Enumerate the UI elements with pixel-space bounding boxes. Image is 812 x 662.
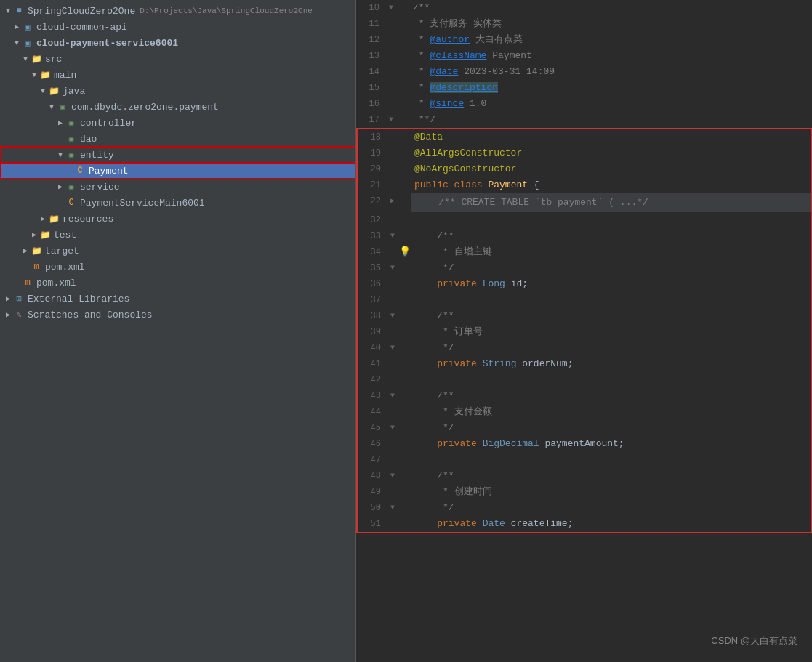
project-icon: ■ — [13, 5, 25, 17]
folder-icon: 📁 — [48, 85, 60, 97]
code-line: 34 💡 * 自增主键 — [358, 244, 811, 260]
package-icon: ◉ — [65, 181, 77, 193]
code-line: 49 * 创建时间 — [358, 484, 811, 500]
code-line: 19 @AllArgsConstructor — [358, 145, 811, 161]
code-line: 18 @Data — [358, 129, 811, 145]
tree-item-service[interactable]: ▶ ◉ service — [0, 179, 355, 195]
folder-icon: 📁 — [31, 245, 42, 257]
tree-item-scratches[interactable]: ▶ ✎ Scratches and Consoles — [0, 307, 355, 323]
scratches-icon: ✎ — [13, 309, 25, 320]
expand-arrow: ▼ — [47, 103, 57, 111]
code-line: 42 — [358, 372, 811, 388]
expand-arrow: ▶ — [12, 23, 22, 31]
xml-icon: m — [31, 261, 42, 273]
item-label: pom.xml — [45, 262, 85, 273]
code-line: 22 ▶ /** CREATE TABLE `tb_payment` ( ...… — [358, 193, 811, 212]
item-label: target — [45, 246, 79, 257]
item-label: pom.xml — [36, 278, 76, 288]
tree-item-src[interactable]: ▼ 📁 src — [0, 51, 355, 67]
code-line: 45 ▼ */ — [358, 420, 811, 436]
expand-arrow: ▶ — [3, 294, 13, 303]
code-line: 10 ▼ /** — [356, 0, 812, 16]
root-path: D:\Projects\Java\SpringCloudZero2One — [140, 7, 313, 15]
tree-item-test[interactable]: ▶ 📁 test — [0, 227, 355, 243]
expand-arrow: ▼ — [12, 39, 22, 47]
code-line: 43 ▼ /** — [358, 388, 811, 404]
code-area: 10 ▼ /** 11 * 支付服务 实体类 12 * @author 大白有点… — [356, 0, 812, 533]
code-line: 16 * @since 1.0 — [356, 96, 812, 112]
expand-arrow: ▼ — [38, 87, 48, 95]
folder-icon: 📁 — [48, 213, 60, 225]
tree-item-pom-module[interactable]: m pom.xml — [0, 259, 355, 275]
tree-item-main[interactable]: ▼ 📁 main — [0, 67, 355, 83]
item-label: resources — [63, 214, 113, 225]
tree-item-target[interactable]: ▶ 📁 target — [0, 243, 355, 259]
tree-item-java[interactable]: ▼ 📁 java — [0, 83, 355, 99]
code-line: 39 * 订单号 — [358, 324, 811, 340]
tree-item-package-root[interactable]: ▼ ◉ com.dbydc.zero2one.payment — [0, 99, 355, 115]
package-icon: ◉ — [65, 117, 77, 129]
item-label: cloud-common-api — [36, 22, 127, 33]
tree-item-cloud-common-api[interactable]: ▶ ▣ cloud-common-api — [0, 19, 355, 35]
tree-item-external-libs[interactable]: ▶ ⊞ External Libraries — [0, 291, 355, 307]
expand-arrow: ▶ — [29, 230, 39, 239]
item-label: com.dbydc.zero2one.payment — [71, 102, 219, 113]
code-line: 21 public class Payment { — [358, 177, 811, 193]
item-label: java — [63, 86, 85, 97]
tree-item-resources[interactable]: ▶ 📁 resources — [0, 211, 355, 227]
library-icon: ⊞ — [13, 293, 25, 304]
item-label: cloud-payment-service6001 — [36, 38, 178, 49]
tree-item-dao[interactable]: ◉ dao — [0, 131, 355, 147]
expand-arrow: ▶ — [20, 246, 31, 255]
code-line: 46 private BigDecimal paymentAmount; — [358, 436, 811, 452]
scratches-label: Scratches and Consoles — [28, 310, 153, 320]
code-line: 20 @NoArgsConstructor — [358, 161, 811, 177]
item-label: External Libraries — [28, 294, 129, 304]
tree-item-controller[interactable]: ▶ ◉ controller — [0, 115, 355, 131]
item-label: dao — [80, 134, 97, 145]
tree-item-payment[interactable]: C Payment — [0, 163, 355, 179]
tree-root[interactable]: ▼ ■ SpringCloudZero2One D:\Projects\Java… — [0, 3, 355, 19]
item-label: test — [54, 230, 76, 241]
package-icon: ◉ — [57, 101, 68, 113]
code-line: 48 ▼ /** — [358, 468, 811, 484]
folder-icon: 📁 — [39, 69, 51, 81]
package-icon: ◉ — [65, 133, 77, 145]
item-label: Payment — [89, 166, 129, 177]
code-line: 40 ▼ */ — [358, 340, 811, 356]
folder-icon: 📁 — [39, 229, 51, 241]
module-icon: ▣ — [22, 37, 33, 49]
code-line: 12 * @author 大白有点菜 — [356, 32, 812, 48]
code-line: 51 private Date createTime; — [358, 516, 811, 532]
expand-arrow: ▶ — [3, 310, 13, 319]
code-line: 33 ▼ /** — [358, 228, 811, 244]
tree-item-cloud-payment[interactable]: ▼ ▣ cloud-payment-service6001 — [0, 35, 355, 51]
watermark: CSDN @大白有点菜 — [711, 634, 797, 647]
code-line: 11 * 支付服务 实体类 — [356, 16, 812, 32]
root-label: SpringCloudZero2One — [28, 6, 135, 17]
code-line: 47 — [358, 452, 811, 468]
module-icon: ▣ — [22, 21, 33, 33]
item-label: src — [45, 54, 62, 65]
code-line: 37 — [358, 292, 811, 308]
expand-arrow: ▼ — [29, 71, 39, 79]
tree-item-entity[interactable]: ▼ ◉ entity — [0, 147, 355, 163]
code-line: 41 private String orderNum; — [358, 356, 811, 372]
code-editor[interactable]: 10 ▼ /** 11 * 支付服务 实体类 12 * @author 大白有点… — [356, 0, 812, 662]
tree-item-main-class[interactable]: C PaymentServiceMain6001 — [0, 195, 355, 211]
xml-icon: m — [22, 277, 33, 288]
code-line: 13 * @className Payment — [356, 48, 812, 64]
code-line: 32 — [358, 212, 811, 228]
tree-item-pom-root[interactable]: m pom.xml — [0, 275, 355, 291]
code-line: 36 private Long id; — [358, 276, 811, 292]
item-label: PaymentServiceMain6001 — [80, 198, 205, 209]
code-line: 44 * 支付金额 — [358, 404, 811, 420]
expand-arrow: ▼ — [55, 151, 65, 159]
expand-arrow: ▶ — [38, 214, 48, 223]
item-label: main — [54, 70, 76, 81]
expand-arrow: ▼ — [20, 55, 31, 63]
file-tree[interactable]: ▼ ■ SpringCloudZero2One D:\Projects\Java… — [0, 0, 356, 662]
code-line: 15 * @description — [356, 80, 812, 96]
code-line: 14 * @date 2023-03-31 14:09 — [356, 64, 812, 80]
item-label: entity — [80, 150, 114, 161]
